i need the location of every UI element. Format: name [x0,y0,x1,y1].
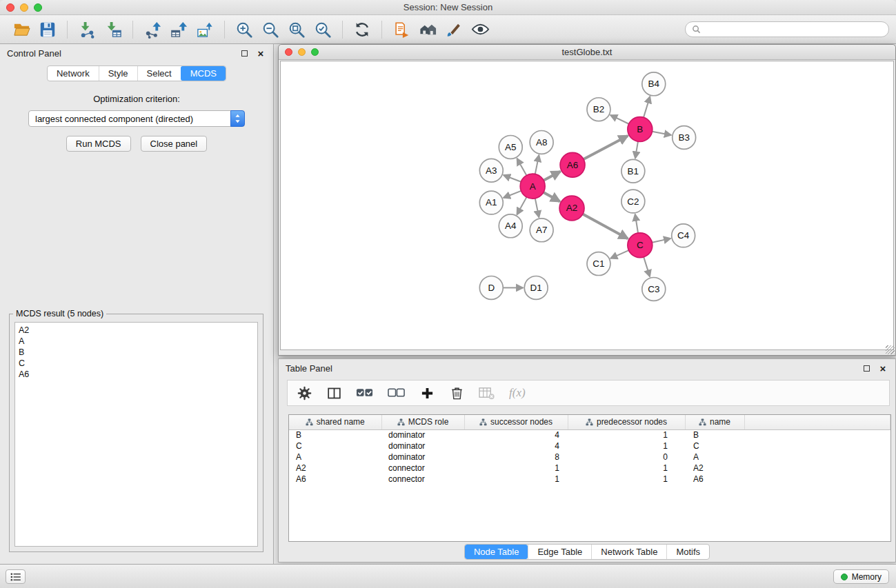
edge-C-C3[interactable] [644,257,650,277]
column-header-mcds-role[interactable]: MCDS role [381,415,464,429]
edge-A-A8[interactable] [535,155,539,174]
node-A2[interactable]: A2 [559,196,584,221]
close-window-button[interactable] [6,3,14,12]
edge-C-C2[interactable] [635,214,638,233]
table-panel-float-button[interactable] [861,363,872,374]
zoom-selected-button[interactable] [310,18,336,41]
delete-column-button[interactable] [449,383,464,403]
deselect-all-button[interactable] [388,383,405,403]
zoom-in-button[interactable] [231,18,257,41]
open-session-button[interactable] [8,18,34,41]
minimize-window-button[interactable] [20,3,28,12]
edge-A2-C[interactable] [583,214,628,239]
node-A6[interactable]: A6 [560,152,585,177]
node-A1[interactable]: A1 [479,191,503,214]
column-header-shared-name[interactable]: shared name [289,415,381,429]
edge-A-A5[interactable] [517,159,527,176]
node-B1[interactable]: B1 [621,159,645,183]
table-row-a6[interactable]: A6connector11A6 [289,474,890,485]
node-A7[interactable]: A7 [530,219,553,242]
table-row-b[interactable]: Bdominator41B [289,429,890,440]
show-panels-button[interactable] [6,569,26,584]
run-mcds-button[interactable]: Run MCDS [66,136,131,152]
node-C1[interactable]: C1 [587,252,610,276]
add-column-button[interactable] [419,383,435,403]
network-window-maximize-button[interactable] [311,48,319,56]
search-box[interactable] [685,21,889,37]
column-header-name[interactable]: name [685,415,744,429]
node-D1[interactable]: D1 [524,276,548,300]
edge-C-C4[interactable] [652,239,670,243]
edge-B-B1[interactable] [635,141,638,158]
table-tab-motifs[interactable]: Motifs [666,545,709,559]
control-tab-network[interactable]: Network [48,66,99,81]
edge-A-A6[interactable] [544,172,560,181]
optimization-criterion-dropdown[interactable]: largest connected component (directed) [28,110,245,127]
node-A5[interactable]: A5 [499,135,522,159]
toggle-column-display-button[interactable] [326,383,341,403]
mcds-result-item-a2[interactable]: A2 [19,325,254,336]
table-tab-network-table[interactable]: Network Table [591,545,666,559]
maximize-window-button[interactable] [34,3,42,12]
save-session-button[interactable] [34,18,61,41]
show-graphics-details-button[interactable] [467,18,493,41]
export-image-button[interactable] [192,18,218,41]
node-B[interactable]: B [628,117,653,142]
control-panel-close-button[interactable]: × [255,48,266,59]
node-A3[interactable]: A3 [479,159,503,182]
control-tab-select[interactable]: Select [137,66,181,81]
network-canvas[interactable]: B4B2BB3A5A8A6A3B1AC2A1A2A4A7C4CC1C3DD1 [280,61,894,350]
edge-A-A1[interactable] [504,191,521,198]
mcds-result-item-a[interactable]: A [19,336,254,347]
refresh-button[interactable] [349,18,375,41]
memory-button[interactable]: Memory [833,569,889,584]
search-input[interactable] [704,25,882,34]
node-B2[interactable]: B2 [587,98,610,121]
zoom-fit-button[interactable] [283,18,310,41]
network-overview-button[interactable] [415,18,441,41]
edge-B-B3[interactable] [652,132,671,135]
node-A8[interactable]: A8 [530,131,553,154]
mcds-result-item-a6[interactable]: A6 [19,369,254,380]
node-B3[interactable]: B3 [673,126,696,150]
control-tab-style[interactable]: Style [99,66,137,81]
edge-B-B4[interactable] [644,97,650,117]
control-tab-mcds[interactable]: MCDS [181,66,226,81]
node-A4[interactable]: A4 [499,214,522,238]
node-C[interactable]: C [628,233,653,258]
network-window-titlebar[interactable]: testGlobe.txt [279,45,895,60]
edge-A6-B[interactable] [584,136,628,159]
edge-A-A3[interactable] [504,175,521,182]
close-panel-button[interactable]: Close panel [141,136,208,152]
import-table-button[interactable] [100,18,126,41]
edge-A-A7[interactable] [535,199,539,218]
table-row-a[interactable]: Adominator80A [289,452,890,463]
node-C2[interactable]: C2 [621,190,645,213]
node-B4[interactable]: B4 [642,72,666,96]
select-all-button[interactable] [356,383,373,403]
node-D[interactable]: D [479,276,503,300]
export-table-button[interactable] [166,18,192,41]
mcds-result-item-c[interactable]: C [19,358,254,369]
network-window-close-button[interactable] [285,48,292,56]
node-A[interactable]: A [520,174,545,199]
edge-B-B2[interactable] [610,115,629,124]
mcds-result-item-b[interactable]: B [19,347,254,358]
edge-C-C1[interactable] [610,250,628,258]
edge-A-A4[interactable] [517,197,526,214]
column-header-predecessor-nodes[interactable]: predecessor nodes [568,415,685,429]
window-resize-handle[interactable] [886,345,895,354]
table-row-c[interactable]: Cdominator41C [289,440,890,452]
node-C4[interactable]: C4 [672,224,695,247]
table-tab-node-table[interactable]: Node Table [465,545,528,559]
mcds-result-list[interactable]: A2ABCA6 [14,322,258,547]
network-window-minimize-button[interactable] [298,48,306,56]
column-header-successor-nodes[interactable]: successor nodes [464,415,568,429]
open-session-file-button[interactable] [388,18,415,41]
attribute-settings-button[interactable] [297,383,312,403]
import-network-button[interactable] [74,18,100,41]
zoom-out-button[interactable] [257,18,283,41]
node-C3[interactable]: C3 [642,278,666,301]
apply-style-button[interactable] [441,18,467,41]
table-tab-edge-table[interactable]: Edge Table [528,545,591,559]
